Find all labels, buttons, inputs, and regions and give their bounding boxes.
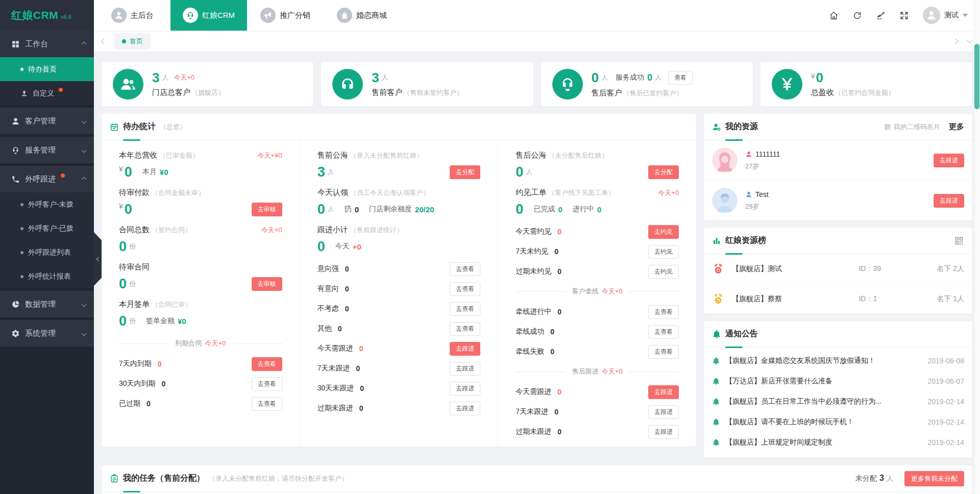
panel-title: 我的资源 bbox=[725, 121, 758, 132]
action-button[interactable]: 去查看 bbox=[450, 282, 480, 296]
more-presale-unassigned-button[interactable]: 更多售前未分配 bbox=[904, 471, 964, 486]
action-button[interactable]: 去跟进 bbox=[450, 362, 480, 376]
today-delta: 今天+¥0 bbox=[258, 151, 282, 160]
sidebar-subitem-0-1[interactable]: 自定义 bbox=[0, 81, 94, 105]
rank-row-0: 【旗舰店】测试ID：39名下 2人 bbox=[704, 254, 972, 284]
sidebar-subitem-3-0[interactable]: 外呼客户-未拨 bbox=[0, 192, 94, 216]
sidebar-item-4[interactable]: 数据管理 bbox=[0, 291, 94, 317]
logo-version: v6.6 bbox=[61, 14, 71, 20]
app-tab-1[interactable]: 红娘CRM bbox=[170, 0, 247, 31]
sidebar-subitem-3-3[interactable]: 外呼统计报表 bbox=[0, 264, 94, 288]
clean-cache-icon[interactable] bbox=[876, 11, 886, 20]
refresh-icon[interactable] bbox=[852, 11, 862, 20]
sidebar-subitem-3-1[interactable]: 外呼客户-已拨 bbox=[0, 216, 94, 240]
row-value: 0 bbox=[345, 285, 349, 293]
qr-code-icon[interactable] bbox=[954, 236, 964, 246]
action-button[interactable]: 去跟进 bbox=[450, 382, 480, 396]
rank-list: 【旗舰店】测试ID：39名下 2人【旗舰店】蔡蔡ID：1名下 1人 bbox=[704, 254, 972, 314]
stat-row: 意向强0去查看 bbox=[317, 262, 481, 276]
action-button[interactable]: 去约见 bbox=[648, 265, 679, 279]
notice-item-3[interactable]: 【旗舰店】请不要在上班的时候玩手机！2019-02-14 bbox=[704, 412, 972, 432]
row-value: 0 bbox=[554, 248, 558, 256]
sidebar-item-3[interactable]: 外呼跟进 bbox=[0, 166, 94, 192]
chevron-down-icon bbox=[82, 302, 87, 307]
action-button[interactable]: 去审核 bbox=[252, 203, 282, 216]
sidebar-subitem-3-2[interactable]: 外呼跟进列表 bbox=[0, 240, 94, 264]
my-tasks-panel: 我的任务（售前分配） （录入未分配售前红娘，请尽快分配开发客户） 未分配 3 人… bbox=[102, 465, 972, 494]
sidebar-collapse-handle[interactable] bbox=[94, 232, 102, 286]
app-tab-2[interactable]: 推广分销 bbox=[247, 0, 324, 31]
chevron-right-icon[interactable] bbox=[952, 38, 958, 44]
resource-name: 1111111 bbox=[755, 150, 780, 158]
resource-age: 27岁 bbox=[745, 162, 926, 171]
sidebar-item-label: 客户管理 bbox=[25, 116, 56, 126]
home-icon[interactable] bbox=[829, 11, 839, 20]
row-label: 今天需约见 bbox=[516, 227, 551, 236]
sidebar-item-5[interactable]: 系统管理 bbox=[0, 320, 94, 347]
action-button[interactable]: 去查看 bbox=[450, 302, 480, 316]
app-tab-label: 推广分销 bbox=[280, 11, 310, 20]
user-menu[interactable]: 测试 bbox=[923, 7, 968, 24]
stat-label: 售后客户 bbox=[592, 88, 622, 97]
scrollbar-track[interactable] bbox=[974, 0, 980, 494]
sidebar-item-0[interactable]: 工作台 bbox=[0, 31, 94, 57]
action-button[interactable]: 去分配 bbox=[450, 165, 480, 179]
sidebar-item-1[interactable]: 客户管理 bbox=[0, 108, 94, 134]
notice-item-2[interactable]: 【旗舰店】员工在日常工作当中必须遵守的行为...2019-02-14 bbox=[704, 391, 972, 412]
action-button[interactable]: 去查看 bbox=[648, 345, 679, 359]
action-button[interactable]: 去分配 bbox=[648, 165, 679, 179]
pie-icon bbox=[11, 300, 20, 309]
app-tab-0[interactable]: 主后台 bbox=[94, 0, 170, 31]
more-link[interactable]: 更多 bbox=[949, 122, 964, 132]
action-button[interactable]: 去查看 bbox=[648, 325, 679, 339]
scrollbar-thumb[interactable] bbox=[974, 44, 979, 109]
notice-item-4[interactable]: 【旗舰店】上班规定时间规定制度2019-02-14 bbox=[704, 432, 972, 453]
phone-icon bbox=[11, 175, 20, 184]
bell-icon bbox=[712, 398, 720, 406]
rank-id: ID：39 bbox=[859, 264, 937, 274]
bar-chart-icon bbox=[712, 236, 721, 245]
action-button[interactable]: 去审核 bbox=[252, 277, 282, 291]
stat-row: 7天未跟进0去跟进 bbox=[317, 362, 481, 375]
avatar-female-icon bbox=[712, 147, 738, 173]
notice-item-0[interactable]: 【旗舰店】金媒婚恋交友系统国庆节放假通知！2019-06-08 bbox=[704, 351, 972, 371]
action-button[interactable]: 去跟进 bbox=[648, 385, 679, 399]
app-tab-3[interactable]: 婚恋商城 bbox=[324, 0, 400, 31]
notice-title: 【旗舰店】上班规定时间规定制度 bbox=[725, 438, 922, 447]
action-button[interactable]: 去查看 bbox=[450, 322, 480, 336]
action-button[interactable]: 去查看 bbox=[450, 262, 480, 276]
sidebar-item-2[interactable]: 服务管理 bbox=[0, 137, 94, 163]
action-button[interactable]: 去查看 bbox=[252, 397, 282, 411]
chevron-down-icon[interactable] bbox=[967, 37, 972, 43]
chevron-left-icon[interactable] bbox=[101, 38, 107, 44]
grid-icon bbox=[11, 40, 20, 48]
action-button[interactable]: 去跟进 bbox=[450, 402, 480, 415]
action-button[interactable]: 去跟进 bbox=[450, 342, 480, 356]
metric-value: 0 bbox=[119, 240, 127, 254]
fullscreen-icon[interactable] bbox=[899, 11, 909, 20]
panel-subtitle: （录入未分配售前红娘，请尽快分配开发客户） bbox=[209, 474, 348, 483]
gear-icon bbox=[11, 329, 20, 338]
megaphone-icon bbox=[260, 8, 276, 23]
metric-block: 本月签单（合同已审）0份签单金额¥0 bbox=[119, 300, 282, 330]
action-button[interactable]: 去查看 bbox=[252, 377, 282, 391]
row-label: 7天内到期 bbox=[119, 359, 152, 368]
action-button[interactable]: 去约见 bbox=[648, 225, 679, 239]
sidebar-group: 数据管理 bbox=[0, 291, 94, 317]
action-button[interactable]: 去查看 bbox=[648, 305, 679, 319]
stat-row: 不考虑0去查看 bbox=[317, 302, 481, 315]
stat-row: 牵线失败0去查看 bbox=[516, 345, 679, 358]
sidebar-subitem-0-0[interactable]: 待办首页 bbox=[0, 57, 94, 81]
tag-home[interactable]: 首页 bbox=[114, 33, 151, 50]
view-button[interactable]: 查看 bbox=[668, 71, 693, 85]
sidebar-item-label: 系统管理 bbox=[25, 329, 56, 338]
my-qr-card-link[interactable]: 我的二维码名片 bbox=[884, 122, 940, 132]
action-button[interactable]: 去查看 bbox=[252, 357, 282, 371]
action-button[interactable]: 去跟进 bbox=[648, 405, 679, 419]
action-button[interactable]: 去约见 bbox=[648, 245, 679, 259]
follow-up-button[interactable]: 去跟进 bbox=[934, 154, 964, 167]
follow-up-button[interactable]: 去跟进 bbox=[934, 194, 964, 208]
notice-item-1[interactable]: 【万达店】新店开张需要什么准备2019-06-07 bbox=[704, 371, 972, 391]
metric-value: 3 bbox=[317, 165, 325, 179]
action-button[interactable]: 去跟进 bbox=[648, 425, 679, 439]
